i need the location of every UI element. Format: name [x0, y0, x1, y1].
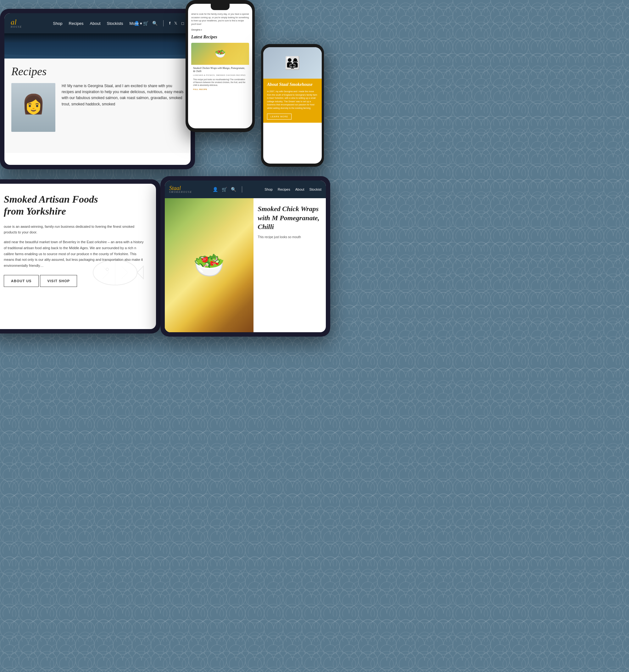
svg-line-11 — [121, 266, 128, 272]
bl-content: Smoked Artisan Foods from Yorkshire ouse… — [0, 184, 156, 296]
site-nav: al HOUSE 👤 🛒 🔍 f 𝕏 ◻ Shop Recipes Ab — [4, 13, 191, 33]
svg-point-6 — [4, 41, 191, 56]
br-search-icon[interactable]: 🔍 — [231, 187, 236, 192]
about-us-button[interactable]: ABOUT US — [4, 275, 39, 287]
phone-intro-text: what to cook for the family every day, o… — [191, 13, 249, 26]
nav-more[interactable]: More ▾ — [129, 21, 142, 26]
br-logo-sub: SMOKEHOUSE — [169, 191, 192, 193]
georgina-photo — [11, 83, 55, 132]
about-smokehouse-title: About Staal Smokehouse — [267, 82, 318, 88]
fish-watermark — [84, 241, 147, 304]
couple-image — [263, 47, 322, 79]
phone-recipe-desc: This recipe just looks so mouthwatering!… — [193, 78, 247, 87]
br-food-image — [165, 198, 253, 332]
full-recipe-link[interactable]: FULL RECIPE — [193, 88, 247, 91]
phone-yellow-section: About Staal Smokehouse In 2007, my wife … — [263, 79, 322, 123]
br-nav-about[interactable]: About — [295, 188, 305, 191]
br-person-icon[interactable]: 👤 — [213, 187, 218, 192]
phone-author: Georgina x — [191, 28, 249, 32]
phone-recipe-card: 🥗 Smoked Chicken Wraps with Mango, Pomeg… — [191, 43, 249, 93]
latest-recipes-heading: Latest Recipes — [191, 34, 249, 40]
nav-links: Shop Recipes About Stockists More ▾ — [53, 21, 142, 26]
phone-content-center: what to cook for the family every day, o… — [188, 10, 252, 98]
content-area: Recipes Hi! My name is Georgina Staal, a… — [4, 58, 191, 153]
bl-para1: ouse is an award-winning, family-run bus… — [4, 224, 147, 235]
br-nav-stockists[interactable]: Stockist — [309, 188, 321, 191]
ocean-svg — [4, 33, 191, 58]
tablet-screen-bottom-left: Smoked Artisan Foods from Yorkshire ouse… — [0, 184, 156, 329]
learn-more-button[interactable]: LEARN MORE — [267, 114, 292, 120]
tablet-screen-bottom-right: Staal SMOKEHOUSE 👤 🛒 🔍 Shop Recipes Abou… — [165, 181, 326, 332]
br-nav-shop[interactable]: Shop — [265, 188, 273, 191]
phone-screen-center: what to cook for the family every day, o… — [188, 4, 252, 128]
logo-sub: HOUSE — [11, 26, 22, 28]
br-recipe-title: Smoked Chick Wraps with M Pomegranate, C… — [258, 205, 321, 232]
recipes-heading: Recipes — [11, 65, 184, 78]
nav-shop[interactable]: Shop — [53, 21, 62, 26]
nav-divider — [163, 20, 164, 26]
tablet-bottom-right: Staal SMOKEHOUSE 👤 🛒 🔍 Shop Recipes Abou… — [161, 176, 330, 337]
br-nav-icons: 👤 🛒 🔍 — [213, 186, 244, 193]
tablet-screen-top-left: al HOUSE 👤 🛒 🔍 f 𝕏 ◻ Shop Recipes Ab — [4, 13, 191, 165]
phone-recipe-category: LUNCHES & PICNICS, SMOKED CHICKEN RECIPE… — [193, 74, 247, 77]
food-visual — [165, 198, 253, 332]
nav-about[interactable]: About — [90, 21, 101, 26]
phone-recipe-title: Smoked Chicken Wraps with Mango, Pomegra… — [193, 67, 247, 73]
br-nav-links: Shop Recipes About Stockist — [265, 188, 321, 191]
about-smokehouse-text: In 2007, my wife Georgina and I made the… — [267, 90, 318, 110]
br-text-section: Smoked Chick Wraps with M Pomegranate, C… — [253, 198, 326, 332]
visit-shop-button[interactable]: VISIT SHOP — [40, 275, 77, 287]
phone-top-center: what to cook for the family every day, o… — [186, 0, 255, 132]
search-icon[interactable]: 🔍 — [152, 21, 158, 26]
site-logo-area: al HOUSE — [11, 18, 22, 28]
tablet-bottom-left: Smoked Artisan Foods from Yorkshire ouse… — [0, 179, 161, 334]
recipe-image: 🥗 — [191, 43, 249, 65]
br-recipe-desc: This recipe just looks so mouth — [258, 235, 321, 240]
br-basket-icon[interactable]: 🛒 — [222, 187, 227, 192]
br-body-content: Smoked Chick Wraps with M Pomegranate, C… — [165, 198, 326, 332]
recipes-intro-text: Hi! My name is Georgina Staal, and I am … — [62, 83, 184, 132]
instagram-icon[interactable]: ◻ — [181, 21, 184, 25]
smoked-artisan-title: Smoked Artisan Foods from Yorkshire — [4, 193, 147, 217]
nav-stockists[interactable]: Stockists — [107, 21, 123, 26]
page-wrapper: al HOUSE 👤 🛒 🔍 f 𝕏 ◻ Shop Recipes Ab — [0, 0, 629, 672]
nav-recipes[interactable]: Recipes — [69, 21, 84, 26]
basket-icon[interactable]: 🛒 — [143, 21, 148, 26]
recipes-body: Hi! My name is Georgina Staal, and I am … — [11, 83, 184, 132]
staal-logo: al HOUSE — [11, 18, 22, 28]
svg-line-9 — [102, 266, 109, 272]
svg-line-10 — [102, 272, 109, 279]
svg-line-12 — [121, 272, 128, 279]
facebook-icon[interactable]: f — [169, 21, 170, 25]
svg-point-13 — [106, 268, 108, 270]
tablet-top-left: al HOUSE 👤 🛒 🔍 f 𝕏 ◻ Shop Recipes Ab — [0, 9, 195, 169]
hero-ocean-image — [4, 33, 191, 58]
phone-top-right: About Staal Smokehouse In 2007, my wife … — [261, 44, 324, 167]
br-logo-area: Staal SMOKEHOUSE — [169, 185, 192, 193]
twitter-icon[interactable]: 𝕏 — [174, 21, 177, 25]
br-nav-recipes[interactable]: Recipes — [278, 188, 290, 191]
phone-screen-right: About Staal Smokehouse In 2007, my wife … — [263, 47, 322, 164]
phone-notch — [211, 4, 229, 10]
phone-recipe-info: Smoked Chicken Wraps with Mango, Pomegra… — [191, 65, 249, 93]
br-staal-logo: Staal SMOKEHOUSE — [169, 185, 192, 193]
br-nav: Staal SMOKEHOUSE 👤 🛒 🔍 Shop Recipes Abou… — [165, 181, 326, 198]
